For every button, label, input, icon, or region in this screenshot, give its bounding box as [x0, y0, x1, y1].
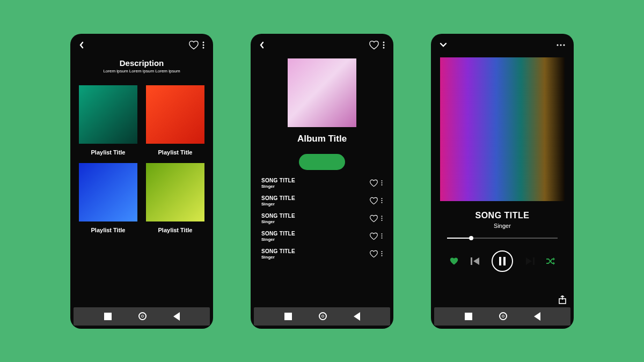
more-icon[interactable]	[381, 197, 383, 204]
page-title: Description	[79, 58, 204, 68]
player-controls	[449, 250, 555, 272]
more-icon[interactable]	[381, 180, 383, 186]
nav-back-icon[interactable]	[173, 312, 180, 321]
shuffle-icon[interactable]	[546, 257, 555, 265]
song-title: SONG TITLE	[261, 231, 295, 237]
heart-icon[interactable]	[369, 179, 378, 187]
now-playing-title: SONG TITLE	[440, 211, 565, 220]
now-playing-art	[440, 57, 565, 201]
svg-rect-27	[533, 257, 535, 265]
nav-recent-icon[interactable]	[284, 313, 292, 320]
song-artist: Singer	[261, 255, 295, 260]
heart-icon[interactable]	[369, 40, 379, 50]
nav-home-icon[interactable]	[138, 312, 147, 320]
back-icon[interactable]	[79, 41, 84, 49]
svg-point-19	[381, 253, 382, 254]
more-icon[interactable]	[381, 233, 383, 239]
play-button[interactable]	[299, 154, 345, 170]
page-subtitle: Lorem ipsum Lorem ipsum Lorem ipsum	[79, 69, 204, 73]
heart-icon[interactable]	[369, 250, 378, 258]
svg-point-22	[560, 44, 561, 46]
svg-point-21	[557, 44, 558, 46]
svg-point-0	[203, 41, 204, 43]
android-navbar	[434, 307, 570, 326]
share-icon[interactable]	[559, 295, 566, 304]
song-list: SONG TITLE Singer SONG TITLE Singer	[259, 178, 385, 260]
android-navbar	[74, 307, 210, 326]
pause-icon	[499, 257, 506, 265]
nav-recent-icon[interactable]	[104, 313, 112, 320]
playlist-title: Playlist Title	[146, 227, 204, 233]
album-title: Album Title	[259, 134, 385, 144]
svg-point-9	[381, 198, 382, 199]
like-icon[interactable]	[449, 257, 459, 265]
heart-icon[interactable]	[369, 232, 378, 240]
svg-point-6	[381, 180, 382, 181]
playlist-art	[146, 163, 204, 221]
svg-point-10	[381, 200, 382, 201]
more-icon[interactable]	[381, 215, 383, 221]
more-icon[interactable]	[383, 41, 385, 49]
song-title: SONG TITLE	[261, 178, 295, 183]
play-pause-button[interactable]	[492, 250, 513, 272]
svg-point-18	[381, 251, 382, 252]
song-artist: Singer	[261, 202, 295, 206]
svg-point-20	[381, 255, 382, 256]
song-artist: Singer	[261, 237, 295, 242]
svg-point-3	[383, 41, 385, 43]
next-icon[interactable]	[525, 257, 535, 265]
previous-icon[interactable]	[471, 257, 480, 265]
playlist-grid: Playlist Title Playlist Title Playlist T…	[79, 85, 204, 233]
svg-point-14	[381, 220, 382, 221]
playlist-item[interactable]: Playlist Title	[146, 163, 204, 233]
svg-point-15	[381, 233, 382, 234]
playlist-item[interactable]: Playlist Title	[79, 85, 137, 156]
song-row[interactable]: SONG TITLE Singer	[261, 195, 383, 206]
svg-rect-24	[471, 257, 472, 265]
playlist-title: Playlist Title	[79, 227, 137, 233]
nav-back-icon[interactable]	[354, 312, 360, 321]
playlist-title: Playlist Title	[146, 149, 204, 156]
svg-point-11	[381, 202, 382, 203]
progress-thumb[interactable]	[469, 236, 473, 240]
phone-album: Album Title SONG TITLE Singer SONG TITLE…	[251, 34, 393, 329]
svg-rect-25	[499, 257, 501, 265]
song-title: SONG TITLE	[261, 213, 295, 219]
nav-recent-icon[interactable]	[465, 313, 472, 320]
song-title: SONG TITLE	[261, 195, 295, 201]
heart-icon[interactable]	[369, 215, 378, 223]
playlist-item[interactable]: Playlist Title	[146, 85, 204, 156]
chevron-down-icon[interactable]	[440, 42, 447, 48]
song-row[interactable]: SONG TITLE Singer	[261, 231, 383, 242]
song-row[interactable]: SONG TITLE Singer	[261, 178, 383, 189]
svg-point-16	[381, 235, 382, 237]
progress-bar[interactable]	[447, 238, 558, 239]
playlist-item[interactable]: Playlist Title	[79, 163, 137, 233]
svg-point-4	[383, 44, 385, 46]
song-artist: Singer	[261, 184, 295, 189]
playlist-title: Playlist Title	[79, 149, 137, 156]
svg-point-13	[381, 218, 382, 219]
heart-icon[interactable]	[369, 197, 378, 205]
playlist-art	[79, 163, 137, 221]
more-horizontal-icon[interactable]	[557, 44, 565, 46]
svg-point-8	[381, 184, 382, 186]
phone-nowplaying: SONG TITLE Singer	[431, 34, 574, 329]
phone-playlists: Description Lorem ipsum Lorem ipsum Lore…	[70, 34, 213, 329]
playlist-art	[79, 85, 137, 144]
topbar	[431, 34, 574, 56]
more-icon[interactable]	[381, 250, 383, 257]
svg-point-7	[381, 182, 382, 183]
svg-rect-26	[503, 257, 506, 265]
heart-icon[interactable]	[188, 40, 199, 50]
nav-home-icon[interactable]	[499, 312, 507, 320]
song-row[interactable]: SONG TITLE Singer	[261, 213, 383, 224]
more-icon[interactable]	[202, 41, 204, 49]
song-row[interactable]: SONG TITLE Singer	[261, 248, 383, 260]
nav-back-icon[interactable]	[534, 312, 540, 321]
song-artist: Singer	[261, 219, 295, 224]
svg-point-17	[381, 238, 382, 239]
progress-fill	[447, 238, 471, 239]
back-icon[interactable]	[259, 41, 265, 49]
nav-home-icon[interactable]	[319, 312, 327, 320]
